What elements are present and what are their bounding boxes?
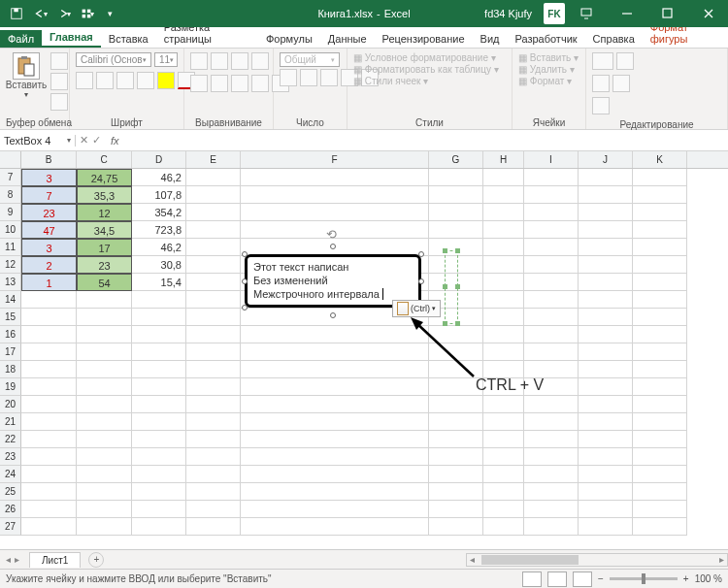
col-header[interactable]: H: [483, 151, 524, 168]
cut-icon[interactable]: [50, 52, 68, 70]
cell[interactable]: [186, 431, 241, 448]
find-icon[interactable]: [612, 75, 630, 92]
cell[interactable]: [429, 343, 483, 361]
cell[interactable]: [483, 239, 524, 256]
sort-icon[interactable]: [616, 52, 634, 70]
cell[interactable]: [186, 361, 241, 378]
tab-help[interactable]: Справка: [585, 30, 643, 48]
cell[interactable]: [524, 221, 579, 239]
cell[interactable]: [241, 448, 429, 466]
cell[interactable]: [633, 239, 687, 256]
cell[interactable]: [633, 309, 687, 326]
row-header[interactable]: 23: [0, 448, 21, 466]
page-layout-view-icon[interactable]: [547, 572, 567, 587]
cell[interactable]: 17: [77, 239, 132, 256]
cell[interactable]: [21, 501, 77, 518]
cell[interactable]: [132, 413, 186, 431]
page-break-view-icon[interactable]: [573, 572, 592, 587]
cell[interactable]: [524, 431, 579, 448]
cell[interactable]: [77, 413, 132, 431]
col-header[interactable]: I: [524, 151, 579, 168]
cell[interactable]: [483, 396, 524, 413]
paste-options-button[interactable]: (Ctrl) ▾: [392, 300, 441, 317]
cell[interactable]: [633, 274, 687, 291]
save-icon[interactable]: [6, 3, 27, 24]
cell[interactable]: [77, 501, 132, 518]
cell[interactable]: [633, 291, 687, 309]
cell[interactable]: [21, 483, 77, 501]
cell[interactable]: [579, 448, 633, 466]
cell[interactable]: [633, 396, 687, 413]
cell[interactable]: [186, 221, 241, 239]
cell[interactable]: [241, 501, 429, 518]
cell[interactable]: [579, 413, 633, 431]
row-header[interactable]: 20: [0, 396, 21, 413]
cell[interactable]: [186, 309, 241, 326]
cell[interactable]: [241, 343, 429, 361]
cell[interactable]: [524, 326, 579, 343]
cell[interactable]: [186, 343, 241, 361]
cell[interactable]: [524, 413, 579, 431]
cell[interactable]: [633, 186, 687, 204]
cell[interactable]: [429, 396, 483, 413]
col-header[interactable]: F: [241, 151, 429, 168]
cell[interactable]: [132, 326, 186, 343]
cell[interactable]: [579, 483, 633, 501]
cell[interactable]: [633, 326, 687, 343]
cell[interactable]: [241, 483, 429, 501]
confirm-fx-icon[interactable]: ✓: [92, 134, 101, 147]
sheet-tab[interactable]: Лист1: [29, 552, 81, 568]
cell[interactable]: [633, 378, 687, 396]
cell[interactable]: [186, 396, 241, 413]
tab-data[interactable]: Данные: [320, 30, 375, 48]
row-header[interactable]: 21: [0, 413, 21, 431]
cell[interactable]: [132, 396, 186, 413]
cell[interactable]: [429, 518, 483, 536]
row-header[interactable]: 24: [0, 466, 21, 483]
resize-handle[interactable]: [242, 305, 248, 310]
row-header[interactable]: 27: [0, 518, 21, 536]
cell[interactable]: [483, 291, 524, 309]
cell[interactable]: [579, 274, 633, 291]
cell[interactable]: [241, 378, 429, 396]
resize-handle[interactable]: [242, 278, 248, 284]
cell[interactable]: 46,2: [132, 239, 186, 256]
row-header[interactable]: 13: [0, 274, 21, 291]
cell[interactable]: [483, 274, 524, 291]
cell[interactable]: [132, 431, 186, 448]
cell[interactable]: [21, 413, 77, 431]
cell[interactable]: [633, 256, 687, 274]
rotate-handle-icon[interactable]: ⟲: [326, 227, 337, 242]
select-all-corner[interactable]: [0, 151, 21, 168]
cell[interactable]: [429, 413, 483, 431]
col-header[interactable]: C: [77, 151, 132, 168]
align-mid-icon[interactable]: [211, 52, 228, 70]
qat-customize-icon[interactable]: ▾: [99, 3, 120, 24]
cell[interactable]: [633, 448, 687, 466]
horizontal-scrollbar[interactable]: ◂▸: [466, 553, 728, 567]
cell[interactable]: 107,8: [132, 186, 186, 204]
cell[interactable]: [579, 239, 633, 256]
resize-handle[interactable]: [418, 278, 424, 284]
cell[interactable]: [241, 413, 429, 431]
cell[interactable]: [429, 169, 483, 186]
row-header[interactable]: 7: [0, 169, 21, 186]
cell[interactable]: 23: [21, 204, 77, 221]
cell[interactable]: [579, 221, 633, 239]
cell[interactable]: [524, 291, 579, 309]
row-header[interactable]: 12: [0, 256, 21, 274]
format-painter-icon[interactable]: [50, 93, 68, 111]
cell[interactable]: 46,2: [132, 169, 186, 186]
autosum-icon[interactable]: [592, 52, 613, 70]
cell[interactable]: [186, 204, 241, 221]
font-name-select[interactable]: Calibri (Основ▾: [76, 52, 151, 67]
cell[interactable]: [429, 326, 483, 343]
col-header[interactable]: D: [132, 151, 186, 168]
orient-icon[interactable]: [251, 52, 269, 70]
cell[interactable]: [186, 291, 241, 309]
cell[interactable]: [241, 326, 429, 343]
sheet-prev-icon[interactable]: ◂: [6, 554, 11, 565]
cell[interactable]: [77, 431, 132, 448]
cell[interactable]: [524, 396, 579, 413]
undo-icon[interactable]: ▾: [29, 3, 50, 24]
